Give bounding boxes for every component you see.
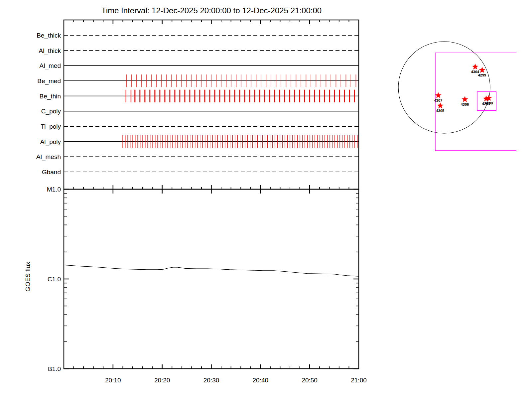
- x-tick-label: 20:50: [302, 377, 318, 384]
- active-region-star-4304: [472, 64, 478, 69]
- active-region-star-4307: [435, 92, 442, 98]
- figure-stage: Time Interval: 12-Dec-2025 20:00:00 to 1…: [0, 0, 532, 399]
- channel-label-Ti_poly: Ti_poly: [41, 123, 61, 130]
- channel-label-Be_thin: Be_thin: [40, 93, 61, 100]
- x-tick-label: 20:30: [203, 377, 219, 384]
- channel-label-Al_med: Al_med: [40, 62, 61, 69]
- x-tick-label: 21:00: [351, 377, 367, 384]
- y-tick-label: M1.0: [47, 186, 61, 193]
- x-tick-label: 20:40: [253, 377, 269, 384]
- active-region-label-4299: 4299: [478, 73, 486, 77]
- figure-title: Time Interval: 12-Dec-2025 20:00:00 to 1…: [64, 6, 359, 15]
- channel-label-Be_med: Be_med: [37, 77, 61, 85]
- channel-label-C_poly: C_poly: [41, 108, 61, 115]
- active-region-star-4299: [479, 67, 485, 73]
- goes-panel-border: [64, 189, 359, 369]
- active-region-star-4305: [437, 102, 444, 108]
- active-region-label-4305: 4305: [436, 109, 444, 113]
- channel-label-Al_mesh: Al_mesh: [36, 153, 61, 161]
- channel-label-Al_poly: Al_poly: [40, 138, 61, 146]
- goes-flux-curve: [64, 265, 359, 276]
- solar-disk-map-panel: 4304429943074305430642944298: [398, 42, 516, 151]
- channel-label-Gband: Gband: [42, 169, 61, 176]
- exposure-timeline-panel: Be_thickAl_thickAl_medBe_medBe_thinC_pol…: [36, 20, 359, 189]
- active-region-label-4306: 4306: [461, 102, 469, 106]
- x-tick-label: 20:20: [154, 377, 170, 384]
- figure-canvas: Be_thickAl_thickAl_medBe_medBe_thinC_pol…: [0, 0, 532, 399]
- y-tick-label: C1.0: [48, 276, 61, 283]
- channel-label-Al_thick: Al_thick: [39, 47, 61, 55]
- goes-flux-panel: 20:1020:2020:3020:4020:5021:00M1.0C1.0B1…: [24, 185, 367, 384]
- y-tick-label: B1.0: [48, 365, 61, 372]
- active-region-label-4307: 4307: [434, 98, 442, 102]
- channel-label-Be_thick: Be_thick: [37, 32, 61, 39]
- active-region-label-4298: 4298: [485, 101, 493, 105]
- goes-axis-title: GOES flux: [24, 262, 31, 292]
- solar-limb-circle: [398, 42, 490, 133]
- timeline-panel-border: [64, 20, 359, 189]
- active-region-star-4306: [462, 96, 468, 102]
- x-tick-label: 20:10: [105, 377, 121, 384]
